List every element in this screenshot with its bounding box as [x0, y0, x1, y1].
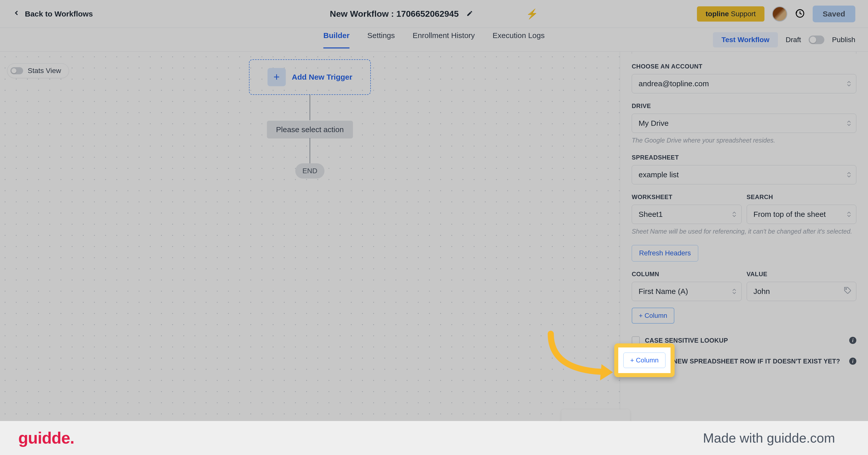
avatar[interactable]	[772, 6, 787, 22]
tag-icon[interactable]	[844, 287, 851, 296]
info-icon[interactable]: i	[849, 337, 856, 344]
value-label: VALUE	[747, 271, 857, 278]
tab-builder[interactable]: Builder	[323, 31, 349, 48]
chevron-updown-icon	[847, 172, 851, 177]
tab-settings[interactable]: Settings	[367, 31, 395, 48]
column-label: COLUMN	[632, 271, 742, 278]
back-label[interactable]: Back to Workflows	[25, 10, 93, 18]
support-button[interactable]: topline Support	[697, 6, 765, 22]
tab-bar: Builder Settings Enrollment History Exec…	[0, 28, 868, 52]
account-select[interactable]: andrea@topline.com	[632, 74, 856, 93]
drive-select[interactable]: My Drive	[632, 113, 856, 133]
config-sidebar: CHOOSE AN ACCOUNT andrea@topline.com DRI…	[620, 52, 868, 455]
publish-label: Publish	[832, 36, 855, 44]
add-column-button[interactable]: + Column	[632, 307, 674, 324]
partial-select-top	[632, 52, 856, 54]
back-chevron-icon[interactable]	[13, 9, 20, 19]
end-node: END	[295, 163, 324, 178]
chevron-updown-icon	[847, 81, 851, 87]
bolt-icon: ⚡	[526, 8, 538, 20]
tab-execution[interactable]: Execution Logs	[493, 31, 545, 48]
add-trigger-label: Add New Trigger	[292, 73, 352, 82]
stats-view-label: Stats View	[28, 67, 61, 75]
spreadsheet-select[interactable]: example list	[632, 165, 856, 184]
search-label: SEARCH	[747, 194, 857, 201]
account-label: CHOOSE AN ACCOUNT	[632, 63, 856, 70]
worksheet-help: Sheet Name will be used for referencing,…	[632, 227, 856, 236]
saved-button[interactable]: Saved	[813, 6, 855, 22]
connector-line	[310, 95, 310, 120]
workflow-canvas[interactable]: Stats View + Add New Trigger Please sele…	[0, 52, 620, 455]
stats-toggle[interactable]	[10, 67, 23, 74]
made-with-label: Made with guidde.com	[703, 430, 835, 446]
guidde-logo: guidde.	[18, 429, 74, 447]
draft-label: Draft	[785, 36, 801, 44]
history-icon[interactable]	[795, 8, 805, 20]
select-action-node[interactable]: Please select action	[267, 121, 353, 138]
svg-point-1	[846, 288, 847, 289]
callout-arrow	[543, 329, 614, 385]
value-input[interactable]: John	[747, 282, 857, 301]
callout-highlight: + Column	[614, 344, 675, 377]
drive-help: The Google Drive where your spreadsheet …	[632, 136, 856, 145]
tab-enrollment[interactable]: Enrollment History	[413, 31, 475, 48]
add-column-button-highlighted[interactable]: + Column	[623, 353, 665, 368]
chevron-updown-icon	[847, 212, 851, 217]
chevron-updown-icon	[732, 212, 736, 217]
spreadsheet-label: SPREADSHEET	[632, 154, 856, 161]
publish-toggle[interactable]	[809, 35, 824, 44]
add-trigger-node[interactable]: + Add New Trigger	[249, 59, 371, 95]
workflow-title: New Workflow : 1706652062945	[330, 9, 459, 19]
connector-line	[310, 138, 310, 163]
worksheet-label: WORKSHEET	[632, 194, 742, 201]
refresh-headers-button[interactable]: Refresh Headers	[632, 245, 698, 261]
chevron-updown-icon	[847, 121, 851, 126]
app-header: Back to Workflows New Workflow : 1706652…	[0, 0, 868, 28]
svg-marker-2	[600, 364, 613, 381]
search-select[interactable]: From top of the sheet	[747, 205, 857, 224]
info-icon[interactable]: i	[849, 358, 856, 365]
chevron-updown-icon	[732, 289, 736, 294]
worksheet-select[interactable]: Sheet1	[632, 205, 742, 224]
stats-view-pill[interactable]: Stats View	[7, 63, 69, 78]
plus-icon: +	[268, 68, 286, 86]
pencil-icon[interactable]	[466, 9, 473, 19]
drive-label: DRIVE	[632, 102, 856, 109]
footer-bar: guidde. Made with guidde.com	[0, 421, 868, 455]
case-sensitive-label: CASE SENSITIVE LOOKUP	[645, 337, 728, 344]
column-select[interactable]: First Name (A)	[632, 282, 742, 301]
test-workflow-button[interactable]: Test Workflow	[713, 32, 778, 47]
